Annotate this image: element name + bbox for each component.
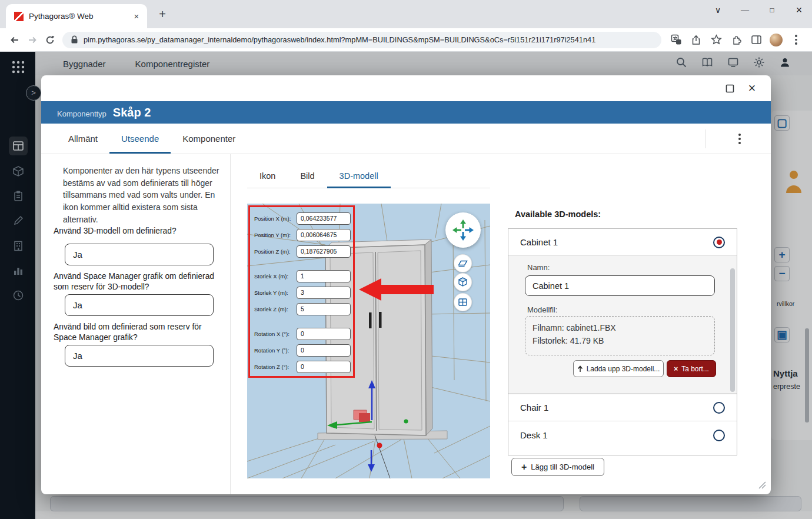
tab-3d-modell[interactable]: 3D-modell: [327, 164, 391, 188]
position-x-input[interactable]: [297, 212, 351, 225]
window-maximize-icon[interactable]: □: [766, 1, 778, 19]
model-name: Desk 1: [520, 430, 548, 440]
rotation-x-label: Rotation X (°):: [254, 331, 297, 337]
model-radio-desk1[interactable]: [713, 430, 725, 441]
dialog-tabs: Allmänt Utseende Komponenter: [41, 124, 771, 154]
tab-ikon[interactable]: Ikon: [247, 164, 288, 188]
dialog-title: Skåp 2: [113, 106, 151, 119]
rotation-x-input[interactable]: [297, 328, 351, 340]
window-minimize-icon[interactable]: —: [739, 1, 751, 19]
transform-panel: Position X (m): Position Y (m): Position…: [248, 205, 355, 378]
position-y-input[interactable]: [297, 229, 351, 241]
size-x-input[interactable]: [297, 270, 351, 282]
profile-avatar[interactable]: [770, 34, 783, 46]
tab-komponenter[interactable]: Komponenter: [171, 124, 247, 154]
extensions-puzzle-icon[interactable]: [730, 34, 743, 46]
grid-view-icon: [457, 297, 468, 308]
add-model-button[interactable]: + Lägg till 3D-modell: [511, 458, 604, 476]
dialog-maximize-icon[interactable]: [723, 81, 737, 95]
new-tab-button[interactable]: +: [155, 8, 169, 22]
browser-tab[interactable]: Pythagoras® Web ×: [6, 4, 147, 28]
dialog-close-icon[interactable]: ×: [745, 81, 759, 95]
tab-utseende[interactable]: Utseende: [109, 124, 171, 154]
tab-search-chevron-icon[interactable]: ∨: [712, 1, 724, 19]
3d-viewport[interactable]: Position X (m): Position Y (m): Position…: [247, 204, 490, 478]
size-y-label: Storlek Y (m):: [254, 290, 297, 296]
bookmark-star-icon[interactable]: [710, 34, 723, 46]
model-name-label: Namn:: [527, 263, 550, 272]
upload-button-label: Ladda upp 3D-modell...: [587, 365, 660, 373]
reload-icon[interactable]: [41, 31, 59, 49]
column-divider: [230, 154, 231, 494]
forward-icon[interactable]: [24, 31, 41, 49]
cube-view-icon: [457, 277, 468, 288]
position-z-input[interactable]: [297, 245, 351, 258]
remove-model-button[interactable]: × Ta bort...: [667, 360, 716, 377]
dialog-menu-icon[interactable]: [733, 132, 746, 145]
use-spacemanager-label: Använd Space Manager grafik om definiera…: [54, 271, 219, 292]
model-row-desk1[interactable]: Desk 1: [508, 421, 737, 449]
size-z-label: Storlek Z (m):: [254, 306, 297, 312]
browser-window: Pythagoras® Web × + ∨ — □ × pim.pythagor…: [0, 0, 812, 519]
model-radio-chair1[interactable]: [713, 402, 725, 414]
viewer-tabs: Ikon Bild 3D-modell: [247, 164, 490, 188]
address-bar[interactable]: pim.pythagoras.se/py_datamanager_interna…: [62, 32, 661, 48]
share-icon[interactable]: [690, 34, 703, 46]
rotation-z-input[interactable]: [297, 361, 351, 373]
model-file-name: Filnamn: cabinet1.FBX: [533, 322, 707, 335]
upload-model-button[interactable]: Ladda upp 3D-modell...: [573, 360, 664, 377]
back-icon[interactable]: [6, 31, 24, 49]
dialog-titlebar: ×: [41, 75, 771, 101]
tab-allmant[interactable]: Allmänt: [56, 124, 109, 154]
url-text: pim.pythagoras.se/py_datamanager_interna…: [84, 35, 595, 44]
dialog-header: Komponenttyp Skåp 2: [41, 101, 771, 124]
remove-x-icon: ×: [674, 365, 678, 373]
model-list: Cabinet 1 Namn: Modellfil: Filnamn: cabi…: [508, 228, 737, 455]
model-radio-cabinet1[interactable]: [713, 237, 725, 248]
model-file-box: Filnamn: cabinet1.FBX Filstorlek: 41.79 …: [525, 316, 715, 355]
move-arrows-icon: [452, 219, 474, 241]
browser-toolbar: pim.pythagoras.se/py_datamanager_interna…: [0, 28, 812, 52]
view-grid-button[interactable]: [454, 293, 472, 311]
tab-close-icon[interactable]: ×: [131, 11, 142, 22]
position-y-label: Position Y (m):: [254, 232, 297, 238]
tab-bild[interactable]: Bild: [288, 164, 327, 188]
browser-menu-icon[interactable]: [790, 34, 803, 46]
dialog-body: Komponenter av den här typens utseender …: [41, 154, 771, 494]
model-file-label: Modellfil:: [527, 305, 557, 314]
remove-button-label: Ta bort...: [681, 365, 709, 373]
size-y-input[interactable]: [297, 287, 351, 299]
plus-icon: +: [521, 462, 527, 473]
tabs-divider: [705, 129, 706, 148]
size-z-input[interactable]: [297, 303, 351, 315]
model-name: Cabinet 1: [520, 237, 558, 247]
use-3d-input[interactable]: [65, 244, 214, 265]
browser-tabstrip: Pythagoras® Web × + ∨ — □ ×: [0, 0, 812, 28]
add-button-label: Lägg till 3D-modell: [531, 463, 594, 471]
use-image-label: Använd bild om definierad som reserv för…: [54, 322, 219, 343]
models-heading: Available 3D-models:: [515, 209, 601, 219]
model-name: Chair 1: [520, 402, 548, 412]
dialog-type-label: Komponenttyp: [57, 109, 107, 118]
model-row-cabinet1[interactable]: Cabinet 1: [508, 229, 737, 256]
upload-icon: [577, 365, 583, 372]
app-page: > Byggnader Komponentregister ▢ + − rvil…: [0, 52, 812, 519]
model-detail-panel: Namn: Modellfil: Filnamn: cabinet1.FBX F…: [508, 256, 737, 394]
rotation-z-label: Rotation Z (°):: [254, 364, 297, 370]
window-close-icon[interactable]: ×: [793, 1, 805, 19]
view-plane-button[interactable]: [454, 254, 472, 272]
view-cube-button[interactable]: [454, 273, 472, 291]
side-panel-icon[interactable]: [750, 34, 763, 46]
pan-control-button[interactable]: [445, 212, 481, 248]
rotation-y-input[interactable]: [297, 344, 351, 357]
dialog-resize-handle[interactable]: [758, 481, 766, 491]
appearance-description: Komponenter av den här typens utseender …: [63, 165, 223, 226]
model-row-chair1[interactable]: Chair 1: [508, 394, 737, 421]
translate-icon[interactable]: [670, 34, 683, 46]
model-list-scrollbar[interactable]: [730, 268, 735, 392]
size-x-label: Storlek X (m):: [254, 273, 297, 280]
model-name-input[interactable]: [525, 275, 715, 296]
use-spacemanager-input[interactable]: [65, 294, 214, 316]
use-image-input[interactable]: [65, 345, 214, 367]
pythagoras-favicon: [14, 12, 24, 21]
